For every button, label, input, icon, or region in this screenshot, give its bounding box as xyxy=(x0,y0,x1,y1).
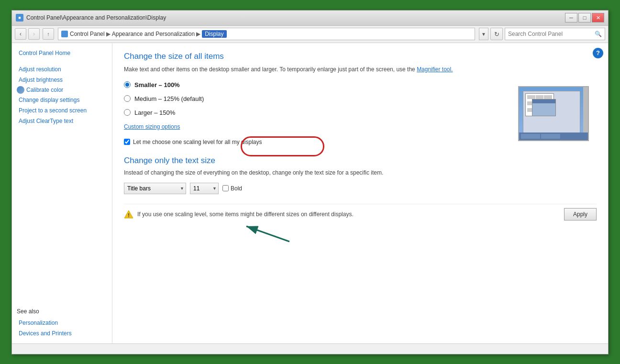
text-type-select-wrapper: Title bars Menus Message boxes Palette t… xyxy=(124,183,186,194)
minimize-button[interactable]: ─ xyxy=(565,13,577,22)
sidebar-item-adjust-resolution[interactable]: Adjust resolution xyxy=(17,65,107,74)
radio-medium-label: Medium – 125% (default) xyxy=(134,95,204,102)
main-window: ■ Control Panel\Appearance and Personali… xyxy=(11,10,609,354)
window-title: Control Panel\Appearance and Personaliza… xyxy=(26,14,166,21)
radio-medium-input[interactable] xyxy=(124,95,131,102)
radio-larger-label: Larger – 150% xyxy=(134,109,175,116)
scaling-checkbox[interactable] xyxy=(124,139,130,145)
apply-button[interactable]: Apply xyxy=(564,208,597,221)
nav-bar: ‹ › ↑ Control Panel ▶ Appearance and Per… xyxy=(12,26,608,43)
main-content: ? Change the size of all items Make text… xyxy=(112,43,608,343)
sidebar-item-home[interactable]: Control Panel Home xyxy=(17,49,107,57)
status-bar xyxy=(12,343,608,354)
taskbar-item-1 xyxy=(521,134,540,139)
preview-inner xyxy=(523,91,580,136)
crumb-sep-1: ▶ xyxy=(106,31,111,37)
radio-larger-input[interactable] xyxy=(124,109,131,116)
svg-text:!: ! xyxy=(128,212,130,218)
title-bar-left: ■ Control Panel\Appearance and Personali… xyxy=(16,14,166,22)
text-type-select[interactable]: Title bars Menus Message boxes Palette t… xyxy=(124,183,186,194)
section2-desc: Instead of changing the size of everythi… xyxy=(124,168,597,177)
scaling-checkbox-label: Let me choose one scaling level for all … xyxy=(133,139,262,145)
taskbar-item-2 xyxy=(541,134,560,139)
breadcrumb: Control Panel ▶ Appearance and Personali… xyxy=(61,30,227,38)
title-bar-controls: ─ □ ✕ xyxy=(565,13,604,22)
refresh-button[interactable]: ↻ xyxy=(490,28,503,40)
bold-label: Bold xyxy=(231,185,242,192)
custom-sizing-link[interactable]: Custom sizing options xyxy=(124,123,180,130)
sidebar-item-adjust-brightness[interactable]: Adjust brightness xyxy=(17,76,107,84)
sidebar-item-devices-printers[interactable]: Devices and Printers xyxy=(17,329,107,338)
sidebar-item-calibrate-color[interactable]: Calibrate color xyxy=(17,86,107,94)
sidebar-item-cleartype[interactable]: Adjust ClearType text xyxy=(17,117,107,125)
forward-button[interactable]: › xyxy=(28,28,40,40)
svg-line-1 xyxy=(246,226,289,242)
help-button[interactable]: ? xyxy=(593,48,603,58)
section1-desc: Make text and other items on the desktop… xyxy=(124,65,597,74)
warning-row: ! If you use one scaling level, some ite… xyxy=(124,204,597,224)
display-preview xyxy=(518,86,589,141)
search-icon: 🔍 xyxy=(595,31,602,37)
address-bar: Control Panel ▶ Appearance and Personali… xyxy=(58,28,475,40)
see-also-title: See also xyxy=(17,308,107,315)
sidebar: Control Panel Home Adjust resolution Adj… xyxy=(12,43,112,343)
sidebar-item-change-display[interactable]: Change display settings xyxy=(17,96,107,104)
sidebar-item-personalization[interactable]: Personalization xyxy=(17,319,107,327)
font-size-select-wrapper: 11 8 9 10 12 14 xyxy=(190,183,219,194)
radio-smaller-input[interactable] xyxy=(124,81,131,88)
crumb-display[interactable]: Display xyxy=(202,30,226,38)
address-dropdown[interactable]: ▼ xyxy=(479,28,488,40)
restore-button[interactable]: □ xyxy=(578,13,591,22)
content-area: Control Panel Home Adjust resolution Adj… xyxy=(12,43,608,343)
radio-smaller-label: Smaller – 100% xyxy=(134,81,180,88)
section2-title: Change only the text size xyxy=(124,156,597,165)
window-icon: ■ xyxy=(16,14,23,22)
warning-text: If you use one scaling level, some items… xyxy=(137,211,560,218)
close-button[interactable]: ✕ xyxy=(592,13,604,22)
calibrate-icon xyxy=(17,86,24,94)
cp-icon xyxy=(61,31,68,37)
preview-taskbar xyxy=(519,132,588,140)
text-size-controls: Title bars Menus Message boxes Palette t… xyxy=(124,183,597,194)
magnifier-link[interactable]: Magnifier tool. xyxy=(417,66,453,73)
preview-box xyxy=(518,86,589,141)
search-box: 🔍 xyxy=(505,28,605,40)
crumb-appearance[interactable]: Appearance and Personalization xyxy=(112,31,195,37)
back-button[interactable]: ‹ xyxy=(15,28,26,40)
title-bar: ■ Control Panel\Appearance and Personali… xyxy=(12,11,608,26)
section1-title: Change the size of all items xyxy=(124,52,597,61)
search-input[interactable] xyxy=(508,31,593,37)
crumb-control-panel[interactable]: Control Panel xyxy=(70,31,105,37)
font-size-select[interactable]: 11 8 9 10 12 14 xyxy=(190,183,219,194)
sidebar-item-project-screen[interactable]: Project to a second screen xyxy=(17,106,107,115)
crumb-sep-2: ▶ xyxy=(196,31,200,37)
bold-checkbox[interactable] xyxy=(222,185,229,191)
bold-check: Bold xyxy=(222,185,242,192)
up-button[interactable]: ↑ xyxy=(43,28,54,40)
warning-icon: ! xyxy=(124,210,133,219)
